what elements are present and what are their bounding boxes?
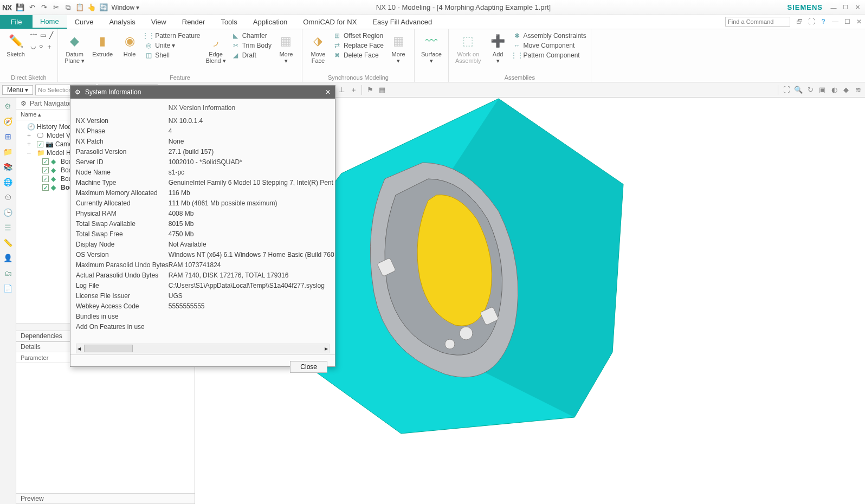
dialog-row-label: Physical RAM [76,209,169,219]
doc-minimize-icon[interactable]: — [830,17,840,27]
circle-icon[interactable]: ○ [39,42,43,51]
view-zoom-icon[interactable]: 🔍 [793,85,803,95]
tab-home[interactable]: Home [33,15,67,29]
app-logo: NX [2,3,11,12]
rectangle-icon[interactable]: ▭ [40,31,46,39]
point-icon[interactable]: ＋ [46,42,53,51]
work-on-assembly-button[interactable]: ⬚Work on Assembly [453,31,483,65]
menu-button[interactable]: Menu ▾ [2,85,33,95]
tab-omnicad[interactable]: OmniCAD for NX [295,15,365,29]
profile-icon[interactable]: 〰 [30,31,37,39]
touch-icon[interactable]: 👆 [87,3,96,12]
view-shade-icon[interactable]: ◐ [829,85,839,95]
tab-view[interactable]: View [144,15,175,29]
feature-more-button[interactable]: ▦More ▾ [275,31,298,65]
nav-icon[interactable]: 🧭 [3,116,14,127]
clip-icon[interactable]: 🗂 [3,268,14,279]
web-icon[interactable]: 🌐 [3,177,14,188]
settings-icon[interactable]: ⚙ [3,101,14,112]
snap-tan-icon[interactable]: ⊥ [337,85,346,95]
draft-button[interactable]: ◢Draft [231,51,272,60]
trim-icon: ✂ [231,41,240,50]
dialog-row-label: Parasolid Version [76,147,169,157]
tab-application[interactable]: Application [246,15,296,29]
tab-curve[interactable]: Curve [67,15,102,29]
copy-icon[interactable]: ⧉ [63,3,72,12]
reuse-icon[interactable]: 📁 [3,146,14,157]
dialog-close-icon[interactable]: ✕ [325,88,331,96]
view-render-icon[interactable]: ◆ [841,85,851,95]
view-orient-icon[interactable]: ▣ [817,85,827,95]
nav-preview[interactable]: Preview [16,493,195,504]
dialog-row-label: Total Swap Available [76,219,169,229]
layers-icon[interactable]: ☰ [3,222,14,233]
paste-icon[interactable]: 📋 [75,3,84,12]
wcs-icon[interactable]: ⚑ [365,85,375,95]
save-icon[interactable]: 💾 [16,3,24,12]
snap-perp-icon[interactable]: ＋ [348,85,358,95]
repeat-icon[interactable]: 🔄 [99,3,108,12]
tab-file[interactable]: File [0,15,33,29]
maximize-icon[interactable]: ☐ [840,3,851,12]
dialog-titlebar[interactable]: ⚙ System Information ✕ [70,86,335,99]
move-face-button[interactable]: ⬗Move Face [307,31,330,65]
move-component-button[interactable]: ↔Move Component [513,41,586,50]
hole-button[interactable]: ◉Hole [118,31,141,59]
trim-body-button[interactable]: ✂Trim Body [231,41,272,50]
minimize-icon[interactable]: — [828,3,839,12]
help-icon[interactable]: ? [818,17,828,27]
history-icon[interactable]: ⏲ [3,192,14,203]
measure-icon[interactable]: 📏 [3,237,14,248]
hd3d-icon[interactable]: 🕒 [3,207,14,218]
extrude-button[interactable]: ▮Extrude [90,31,115,59]
tab-render[interactable]: Render [175,15,214,29]
roles-icon[interactable]: 👤 [3,253,14,263]
window-menu[interactable]: Window ▾ [111,3,139,12]
sync-more-button[interactable]: ▦More ▾ [387,31,410,65]
view-rotate-icon[interactable]: ↻ [805,85,815,95]
doc-restore-icon[interactable]: ☐ [842,17,852,27]
view-layers-icon[interactable]: ≋ [853,85,863,95]
tab-tools[interactable]: Tools [213,15,245,29]
group-feature: ◆Datum Plane ▾ ▮Extrude ◉Hole ⋮⋮Pattern … [58,29,302,82]
edge-blend-button[interactable]: ◞Edge Blend ▾ [204,31,228,65]
library-icon[interactable]: 📚 [3,161,14,172]
add-component-button[interactable]: ➕Add ▾ [487,31,509,65]
command-search[interactable] [725,17,790,27]
pattern-feature-button[interactable]: ⋮⋮Pattern Feature [144,31,200,40]
dialog-hscroll[interactable]: ◂▸ [76,344,330,353]
pattern-component-button[interactable]: ⋮⋮Pattern Component [513,51,586,60]
dialog-row-label: NX Version [76,116,169,126]
sketch-button[interactable]: ✏️Sketch [4,31,27,59]
dialog-close-button[interactable]: Close [290,361,327,373]
gear-icon[interactable]: ⚙ [21,100,27,107]
datum-plane-button[interactable]: ◆Datum Plane ▾ [62,31,87,65]
delete-face-button[interactable]: ✖Delete Face [333,51,384,60]
replace-face-button[interactable]: ⇄Replace Face [333,41,384,50]
surface-button[interactable]: 〰Surface ▾ [419,31,444,65]
cut-icon[interactable]: ✂ [51,3,60,12]
dialog-row-value: GenuineIntel Family 6 Model 10 Stepping … [169,178,334,188]
edge-blend-icon: ◞ [207,33,224,50]
body-icon: ◆ [51,166,59,174]
assembly-constraints-button[interactable]: ✱Assembly Constraints [513,31,586,40]
tab-analysis[interactable]: Analysis [101,15,143,29]
dialog-row-label: NX Patch [76,137,169,147]
undo-icon[interactable]: ↶ [28,3,36,12]
doc-close-icon[interactable]: ✕ [854,17,864,27]
grid-icon[interactable]: ▦ [377,85,387,95]
arc-icon[interactable]: ◡ [30,42,36,51]
fullscreen-icon[interactable]: ⛶ [806,17,816,27]
view-fit-icon[interactable]: ⛶ [782,85,791,95]
restore-down-icon[interactable]: 🗗 [795,17,804,27]
chamfer-button[interactable]: ◣Chamfer [231,31,272,40]
unite-button[interactable]: ◎Unite ▾ [144,41,200,50]
constraint-nav-icon[interactable]: ⊞ [3,131,14,142]
line-icon[interactable]: ╱ [49,31,53,39]
tab-easyfill[interactable]: Easy Fill Advanced [365,15,440,29]
shell-button[interactable]: ◫Shell [144,51,200,60]
offset-region-button[interactable]: ⊞Offset Region [333,31,384,40]
redo-icon[interactable]: ↷ [40,3,48,12]
close-icon[interactable]: ✕ [852,3,863,12]
sheet-icon[interactable]: 📄 [3,283,14,294]
